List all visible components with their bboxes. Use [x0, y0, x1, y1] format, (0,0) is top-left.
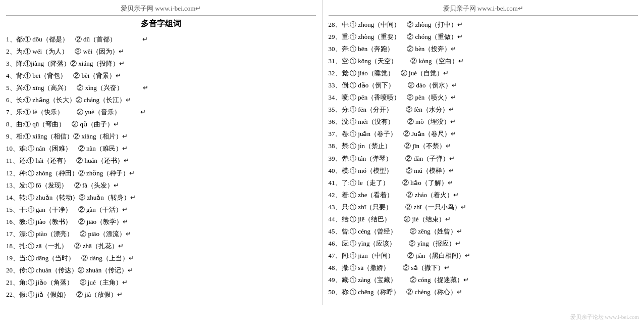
page-container: 爱贝亲子网 www.i-bei.com↵ 多音字组词 1、都:① dōu（都是）… [0, 0, 644, 305]
list-item: 35、分:① fēn（分开） ② fèn（水分）↵ [329, 104, 638, 116]
right-column: 爱贝亲子网 www.i-bei.com↵ 28、中:① zhōng（中间） ② … [323, 0, 645, 305]
list-item: 5、兴:① xīng（高兴） ② xìng（兴奋） ↵ [6, 82, 316, 94]
list-item: 49、藏:① zàng（宝藏） ② cóng（捉迷藏）↵ [329, 274, 638, 286]
right-entries: 28、中:① zhōng（中间） ② zhòng（打中）↵29、重:① zhòn… [329, 19, 638, 298]
list-item: 44、结:① jiē（结巴） ② jié（结束）↵ [329, 213, 638, 225]
list-item: 48、撒:① sā（撒娇） ② sǎ（撒下）↵ [329, 262, 638, 274]
list-item: 38、禁:① jìn（禁止） ② jīn（不禁）↵ [329, 140, 638, 152]
list-item: 4、背:① bēi（背包） ② bèi（背景）↵ [6, 70, 316, 82]
list-item: 34、喷:① pēn（香喷喷） ② pèn（喷火）↵ [329, 91, 638, 104]
list-item: 45、曾:① céng（曾经） ② zēng（姓曾）↵ [329, 225, 638, 238]
list-item: 9、相:① xiāng（相信）② xiàng（相片）↵ [6, 130, 316, 143]
list-item: 20、传:① chuán（传达）② zhuàn（传记）↵ [6, 264, 316, 276]
list-item: 1、都:① dōu（都是） ② dū（首都） ↵ [6, 33, 316, 45]
list-item: 17、漂:① piào（漂亮） ② piāo（漂流）↵ [6, 228, 316, 240]
list-item: 3、降:①jiàng（降落）② xiáng（投降）↵ [6, 58, 316, 70]
list-item: 42、着:① zhe（看着） ② zháo（着火）↵ [329, 189, 638, 201]
page-title: 多音字组词 [6, 19, 316, 29]
list-item: 29、重:① zhòng（重要） ② chóng（重做）↵ [329, 31, 638, 43]
list-item: 36、没:① méi（没有） ② mò（埋没）↵ [329, 116, 638, 128]
list-item: 7、乐:① lè（快乐） ② yuè（音乐） ↵ [6, 106, 316, 118]
list-item: 47、间:① jiān（中间） ② jiàn（黑白相间）↵ [329, 250, 638, 262]
list-item: 28、中:① zhōng（中间） ② zhòng（打中）↵ [329, 19, 638, 31]
list-item: 46、应:① yīng（应该） ② yìng（报应）↵ [329, 238, 638, 250]
list-item: 40、模:① mó（模型） ② mú（模样）↵ [329, 165, 638, 177]
list-item: 6、长:① zhǎng（长大）② cháng（长江）↵ [6, 94, 316, 106]
list-item: 30、奔:① bēn（奔跑） ② bèn（投奔）↵ [329, 43, 638, 55]
right-site-header: 爱贝亲子网 www.i-bei.com↵ [329, 4, 638, 16]
list-item: 37、卷:① juǎn（卷子） ② Juǎn（卷尺）↵ [329, 128, 638, 140]
list-item: 18、扎:① zā（一扎） ② zhā（扎花）↵ [6, 240, 316, 252]
list-item: 12、种:① zhòng（种田）② zhǒng（种子）↵ [6, 167, 316, 179]
list-item: 31、空:① kōng（天空） ② kòng（空白）↵ [329, 55, 638, 67]
list-item: 41、了:① le（走了） ② liǎo（了解）↵ [329, 177, 638, 189]
list-item: 8、曲:① qū（弯曲） ② qǔ（曲子）↵ [6, 118, 316, 130]
left-entries: 1、都:① dōu（都是） ② dū（首都） ↵2、为:① wéi（为人） ② … [6, 33, 316, 301]
list-item: 11、还:① hái（还有） ② huán（还书）↵ [6, 155, 316, 167]
list-item: 22、假:① jiǎ（假如） ② jià（放假）↵ [6, 289, 316, 301]
list-item: 14、转:① zhuǎn（转动）② zhuǎn（转身）↵ [6, 192, 316, 204]
left-column: 爱贝亲子网 www.i-bei.com↵ 多音字组词 1、都:① dōu（都是）… [0, 0, 323, 305]
list-item: 33、倒:① dǎo（倒下） ② dào（倒水）↵ [329, 79, 638, 91]
list-item: 13、发:① fō（发现） ② fà（头发）↵ [6, 179, 316, 192]
list-item: 15、干:① gān（干净） ② gàn（干活）↵ [6, 204, 316, 216]
list-item: 2、为:① wéi（为人） ② wèi（因为）↵ [6, 45, 316, 58]
list-item: 50、称:① chēng（称呼） ② chèng（称心）↵ [329, 286, 638, 298]
list-item: 10、难:① nán（困难） ② nàn（难民）↵ [6, 143, 316, 155]
list-item: 32、觉:① jiào（睡觉） ② jué（自觉）↵ [329, 67, 638, 79]
list-item: 16、教:① jiào（教书） ② jiāo（教学）↵ [6, 216, 316, 228]
list-item: 21、角:① jiǎo（角落） ② jué（主角）↵ [6, 276, 316, 289]
left-site-header: 爱贝亲子网 www.i-bei.com↵ [6, 4, 316, 16]
list-item: 39、弹:① tán（弹琴） ② dàn（子弹）↵ [329, 153, 638, 165]
list-item: 19、当:① dāng（当时） ② dàng（上当）↵ [6, 252, 316, 264]
watermark: 爱贝亲子论坛 www.i-bei.com [570, 313, 639, 321]
list-item: 43、只:① zhī（只要） ② zhī（一只小鸟）↵ [329, 201, 638, 213]
